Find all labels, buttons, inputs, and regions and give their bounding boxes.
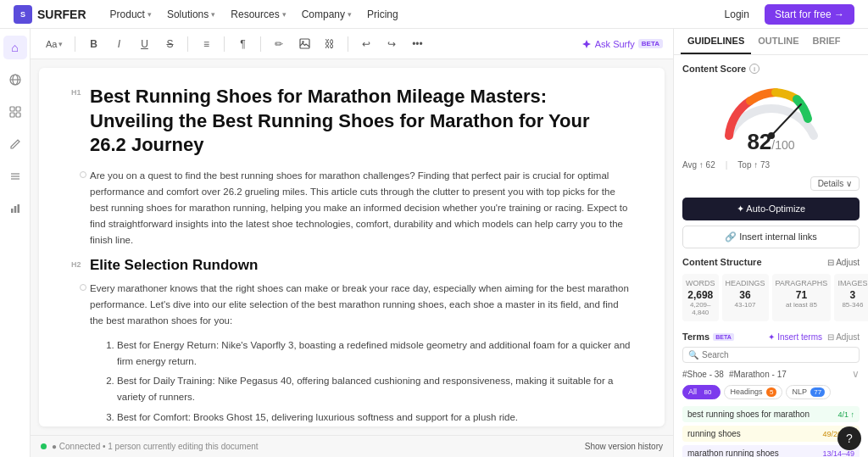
logo[interactable]: S SURFER [14,5,86,24]
bold-button[interactable]: B [82,33,104,55]
highlight-button[interactable]: ✏ [268,33,290,55]
nav-resources[interactable]: Resources ▾ [224,5,292,24]
adjust-button[interactable]: ⊟ Adjust [827,258,860,267]
filter-nlp-button[interactable]: NLP 77 [786,385,831,399]
ask-surfy-button[interactable]: Ask Surfy BETA [581,39,663,49]
logo-text: SURFER [37,8,86,21]
score-denom: /100 [771,138,794,152]
undo-button[interactable]: ↩ [355,33,377,55]
strikethrough-button[interactable]: S [159,33,181,55]
filter-headings-count: 5 [766,387,776,397]
tab-brief[interactable]: BRIEF [806,29,848,54]
terms-filter-row: All 80 Headings 5 NLP 77 [682,385,860,399]
connected-text: ● Connected • 1 person currently editing… [52,442,259,451]
editor-content[interactable]: H1 Best Running Shoes for Marathon Milea… [39,68,665,426]
toolbar-divider [75,36,75,52]
sidebar-list-icon[interactable] [3,164,27,188]
sidebar-home-icon[interactable]: ⌂ [3,36,27,59]
images-metric: IMAGES 3 85-346 [834,274,868,321]
headings-metric: HEADINGS 36 43-107 [722,274,769,321]
toolbar-divider [224,36,225,52]
svg-rect-6 [16,113,20,117]
insert-links-button[interactable]: 🔗 Insert internal links [682,226,860,248]
info-icon[interactable]: i [749,64,760,74]
toolbar-divider [187,36,188,52]
insert-terms-button[interactable]: ✦ Insert terms [768,332,822,342]
main-layout: ⌂ Aa ▾ B I U S ≡ [0,29,868,457]
paragraph-handle-2[interactable] [80,284,86,291]
svg-point-14 [302,41,303,42]
chevron-down-icon[interactable]: ∨ [852,368,860,380]
show-version-history-button[interactable]: Show version history [585,442,663,451]
terms-title: Terms BETA [682,332,734,342]
svg-rect-13 [300,39,309,48]
auto-optimize-button[interactable]: ✦ Auto-Optimize [682,198,860,220]
italic-button[interactable]: I [108,33,130,55]
svg-rect-5 [10,113,14,117]
align-button[interactable]: ≡ [195,33,217,55]
filter-nlp-count: 77 [810,387,825,397]
term-row: running shoes 49/26–76 [682,426,860,442]
toolbar-divider [348,36,348,52]
nav-company[interactable]: Company ▾ [295,5,359,24]
svg-rect-3 [10,107,14,111]
editor-area: Aa ▾ B I U S ≡ ¶ ✏ ⛓ ↩ ↪ ••• Ask Surf [31,29,673,457]
image-button[interactable] [293,33,315,55]
filter-headings-button[interactable]: Headings 5 [724,385,782,399]
more-button[interactable]: ••• [406,33,428,55]
paragraphs-metric: PARAGRAPHS 71 at least 85 [772,274,832,321]
terms-adjust-button[interactable]: ⊟ Adjust [827,332,860,342]
words-metric: WORDS 2,698 4,209–4,840 [682,274,719,321]
paragraph-handle[interactable] [80,171,86,178]
nav-solutions[interactable]: Solutions ▾ [160,5,222,24]
start-for-free-button[interactable]: Start for free → [765,4,854,25]
right-panel: GUIDELINES OUTLINE BRIEF Content Score i [673,29,868,457]
structure-grid: WORDS 2,698 4,209–4,840 HEADINGS 36 43-1… [682,274,860,321]
nav-menu: Product ▾ Solutions ▾ Resources ▾ Compan… [103,5,699,24]
sidebar-globe-icon[interactable] [3,68,27,92]
nav-pricing[interactable]: Pricing [360,5,405,24]
sidebar-chart-icon[interactable] [3,197,27,220]
terms-section-header: Terms BETA ✦ Insert terms ⊟ Adjust [682,332,860,342]
term-row: best running shoes for marathon 4/1 ↑ [682,406,860,422]
score-value: 82 [747,129,771,155]
list-item: Best for Daily Training: Nike Pegasus 40… [117,373,631,405]
svg-text:✦: ✦ [804,110,809,115]
terms-search-box[interactable]: 🔍 [682,347,860,363]
nav-right: Login Start for free → [716,4,854,25]
svg-text:✦: ✦ [799,98,804,103]
editor-footer: ● Connected • 1 person currently editing… [31,435,673,457]
toolbar-divider [260,36,261,52]
sidebar-edit-icon[interactable] [3,132,27,156]
panel-body: Content Score i [674,55,868,457]
underline-button[interactable]: U [133,33,155,55]
beta-badge: BETA [638,39,663,48]
chevron-down-icon: ▾ [147,10,152,19]
top-navigation: S SURFER Product ▾ Solutions ▾ Resources… [0,0,868,29]
redo-button[interactable]: ↪ [381,33,403,55]
terms-search-input[interactable] [702,350,854,359]
filter-all-button[interactable]: All 80 [682,385,721,399]
list-format-button[interactable]: ¶ [231,33,253,55]
filter-all-count: 80 [701,387,715,397]
nav-product[interactable]: Product ▾ [103,5,159,24]
font-selector[interactable]: Aa ▾ [41,37,68,51]
h2-label: H2 [71,260,81,269]
h1-label: H1 [71,88,81,97]
tab-guidelines[interactable]: GUIDELINES [681,29,751,54]
score-stats: Avg ↑ 62 | Top ↑ 73 [682,160,860,170]
link-button[interactable]: ⛓ [319,33,341,55]
sidebar-grid-icon[interactable] [3,100,27,124]
terms-beta-badge: BETA [713,333,734,341]
list-item: Best for Energy Return: Nike's Vaporfly … [117,337,631,370]
tab-outline[interactable]: OUTLINE [751,29,805,54]
help-button[interactable]: ? [837,426,861,450]
login-button[interactable]: Login [716,5,758,24]
details-button[interactable]: Details ∨ [810,176,860,191]
svg-rect-12 [17,204,19,213]
logo-icon: S [14,5,32,24]
details-row: Details ∨ [682,176,860,191]
score-gauge: ✦ ✦ 82 /100 [682,81,860,155]
left-sidebar: ⌂ [0,29,31,457]
content-score-label: Content Score i [682,64,860,74]
